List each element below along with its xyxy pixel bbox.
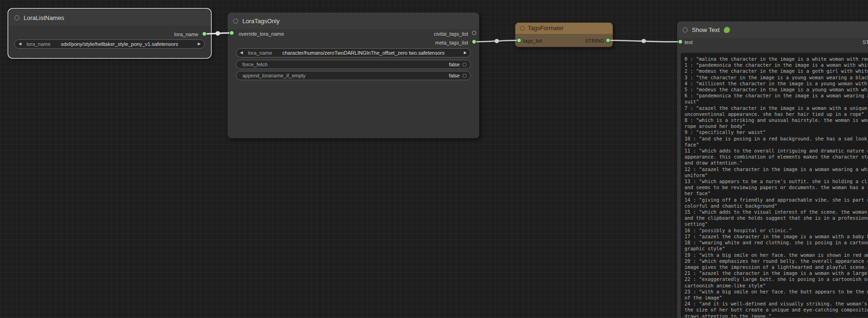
output-slot-label-civitai-tags-list: civitai_tags_list [434,31,468,37]
wire-midpoint-dot[interactable] [494,39,499,43]
collapse-dot-icon[interactable] [683,27,688,32]
combo-widget-lora-name[interactable]: ◀ lora_name character/humans/zeroTwoDARL… [236,48,471,57]
combo-prev-icon[interactable]: ◀ [19,42,21,46]
node-header[interactable]: LoraTagsOnly [228,13,479,29]
wire-string[interactable] [608,40,680,42]
wire-midpoint-dot[interactable] [215,31,220,36]
node-lora-tags-only[interactable]: LoraTagsOnly override_lora_name civitai_… [227,12,480,139]
output-slot-label-meta-tags-list: meta_tags_list [435,40,468,45]
node-show-text[interactable]: Show Text text STRING 0 : "malina the ch… [677,21,868,318]
widget-label: lora_name [248,50,272,56]
widget-label: append_loraname_if_empty [242,73,305,78]
widget-label: force_fetch [242,62,267,67]
snake-icon [724,27,730,33]
node-header[interactable]: LoraListNames [9,9,210,26]
combo-widget-lora-name[interactable]: ◀ lora_name sdxl/pony/style/helltaker_st… [14,39,205,49]
toggle-widget-force-fetch[interactable]: force_fetch false [236,60,471,69]
output-slot-label-string: STRING [585,38,604,44]
combo-prev-icon[interactable]: ◀ [240,51,243,55]
toggle-indicator-icon [463,74,467,78]
input-slot-label-tags-list: tags_list [523,38,542,44]
collapse-dot-icon[interactable] [233,19,238,24]
node-tags-formater[interactable]: TagsFormater tags_list STRING [515,22,613,47]
node-lora-list-names[interactable]: LoraListNames lora_name ◀ lora_name sdxl… [8,9,211,58]
widget-value: false [449,73,460,78]
collapse-dot-icon[interactable] [520,26,525,31]
output-slot-label-lora-name: lora_name [174,32,198,37]
node-title: TagsFormater [528,25,564,32]
wire-meta-tags-list[interactable] [474,40,519,42]
widget-value: character/humans/zeroTwoDARLINGInThe_off… [282,50,461,56]
collapse-dot-icon[interactable] [14,15,19,20]
node-graph-canvas[interactable]: LoraListNames lora_name ◀ lora_name sdxl… [0,0,868,318]
combo-next-icon[interactable]: ▶ [198,42,201,46]
show-text-output-area[interactable]: 0 : "malina the character in the image i… [681,53,868,318]
widget-value: false [449,62,460,67]
toggle-widget-append-loraname-if-empty[interactable]: append_loraname_if_empty false [236,71,471,80]
combo-next-icon[interactable]: ▶ [464,51,467,55]
output-slot-label-string: STRING [862,39,868,45]
node-header[interactable]: TagsFormater [515,23,613,34]
input-slot-label-override-lora-name: override_lora_name [239,31,284,37]
node-title: LoraTagsOnly [242,18,279,25]
input-slot-label-text: text [684,39,693,45]
toggle-indicator-icon [463,63,467,67]
node-title: LoraListNames [24,14,64,21]
widget-value: sdxl/pony/style/helltaker_style_pony_v1.… [61,41,195,47]
widget-label: lora_name [26,41,51,47]
node-header[interactable]: Show Text [677,21,868,38]
node-title: Show Text [692,26,720,33]
wire-midpoint-dot[interactable] [641,39,646,43]
